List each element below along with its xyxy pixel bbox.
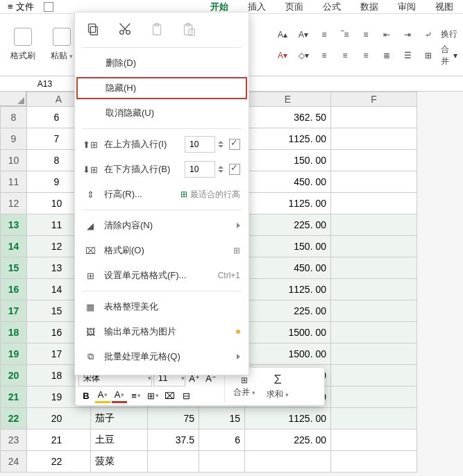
cell[interactable]: [331, 451, 417, 473]
row-header[interactable]: 15: [1, 257, 27, 279]
wrap-text-icon[interactable]: ⤶: [420, 26, 437, 43]
cell[interactable]: [331, 300, 417, 322]
cut-icon[interactable]: [117, 21, 133, 37]
cell[interactable]: 茄子: [91, 408, 148, 430]
highlight-color[interactable]: A: [95, 388, 110, 403]
cell[interactable]: 1125. 00: [245, 408, 331, 430]
cell[interactable]: 22: [27, 451, 91, 473]
row-header[interactable]: 13: [1, 214, 27, 236]
menu-export-image[interactable]: 🖼 输出单元格为图片: [75, 319, 249, 344]
format-painter-tail-icon[interactable]: ⊞: [233, 246, 240, 255]
select-all-corner[interactable]: [0, 92, 26, 106]
cell[interactable]: 450. 00: [245, 257, 331, 279]
cell[interactable]: 37.5: [148, 430, 199, 451]
row-header[interactable]: 8: [1, 107, 27, 128]
col-hdr-E[interactable]: E: [245, 92, 331, 107]
cell[interactable]: 1125. 00: [245, 193, 331, 214]
merge-label[interactable]: 合并▾: [441, 47, 457, 64]
cell[interactable]: 土豆: [91, 430, 148, 451]
align-top-icon[interactable]: ‾≡: [337, 26, 353, 43]
cell[interactable]: 225. 00: [245, 300, 331, 322]
cell[interactable]: [331, 408, 417, 430]
menu-insert-above[interactable]: ⬆⊞ 在上方插入行(I): [75, 132, 249, 157]
row-header[interactable]: 21: [1, 386, 27, 408]
cell[interactable]: 150. 00: [245, 236, 331, 257]
cell[interactable]: [245, 451, 331, 473]
cell[interactable]: [331, 257, 417, 279]
cell[interactable]: [331, 214, 417, 236]
tab-review[interactable]: 审阅: [388, 0, 426, 15]
insert-below-count[interactable]: [185, 161, 215, 178]
menu-format-cells[interactable]: ⊞ 设置单元格格式(F)... Ctrl+1: [75, 263, 249, 288]
row-header[interactable]: 11: [1, 171, 27, 193]
insert-above-count[interactable]: [185, 136, 215, 153]
menu-hide[interactable]: 隐藏(H): [75, 76, 249, 101]
cell[interactable]: 450. 00: [245, 171, 331, 193]
cell[interactable]: [331, 365, 417, 386]
insert-row-mini-icon[interactable]: ⊟: [178, 388, 194, 403]
tab-view[interactable]: 视图: [426, 0, 463, 15]
list-icon[interactable]: ☰: [399, 47, 416, 64]
confirm-icon[interactable]: [229, 164, 240, 175]
menu-format-painter[interactable]: ⌧ 格式刷(O) ⊞: [75, 238, 249, 263]
row-header[interactable]: 12: [1, 193, 27, 214]
cell[interactable]: 1500. 00: [245, 343, 331, 365]
cell[interactable]: [331, 150, 417, 171]
font-color-icon[interactable]: A▾: [274, 47, 291, 64]
row-header[interactable]: 19: [1, 343, 27, 365]
menu-unhide[interactable]: 取消隐藏(U): [75, 101, 249, 126]
new-file-icon[interactable]: [44, 2, 53, 12]
indent-inc-icon[interactable]: ⇥: [399, 26, 416, 43]
align-left2-icon[interactable]: ≡: [316, 47, 332, 64]
align-center-icon[interactable]: ≡: [357, 26, 374, 43]
cell[interactable]: 20: [27, 408, 91, 430]
cell[interactable]: 15: [199, 408, 245, 430]
merge-cells-icon[interactable]: ⊞: [420, 47, 437, 64]
copy-icon[interactable]: [85, 21, 101, 37]
font-color[interactable]: A: [112, 388, 127, 403]
cell[interactable]: 21: [27, 430, 91, 451]
cell[interactable]: [331, 107, 417, 128]
cell[interactable]: [331, 279, 417, 300]
cell[interactable]: [331, 236, 417, 257]
cell[interactable]: [331, 128, 417, 150]
table-row[interactable]: 2321土豆37.56225. 00: [1, 430, 417, 451]
row-header[interactable]: 14: [1, 236, 27, 257]
tab-page[interactable]: 页面: [276, 0, 313, 15]
cell[interactable]: 6: [199, 430, 245, 451]
tab-formula[interactable]: 公式: [313, 0, 351, 15]
cell[interactable]: [199, 451, 245, 473]
row-header[interactable]: 20: [1, 365, 27, 386]
table-row[interactable]: 2220茄子75151125. 00: [1, 408, 417, 430]
indent-dec-icon[interactable]: ⇤: [378, 26, 395, 43]
cell[interactable]: [331, 386, 417, 408]
menu-clear[interactable]: ◢ 清除内容(N): [75, 213, 249, 238]
format-painter-mini-icon[interactable]: ⌧: [162, 388, 177, 403]
cell[interactable]: 1125. 00: [245, 128, 331, 150]
cell[interactable]: 225. 00: [245, 214, 331, 236]
align-mid-icon[interactable]: ≡: [337, 47, 353, 64]
row-header[interactable]: 18: [1, 322, 27, 343]
cell[interactable]: 菠菜: [91, 451, 148, 473]
spinner[interactable]: [218, 161, 226, 178]
cell[interactable]: [331, 343, 417, 365]
bold-button[interactable]: B: [78, 388, 94, 403]
menu-batch-cells[interactable]: ⧉ 批量处理单元格(Q): [75, 344, 249, 369]
cell[interactable]: [331, 171, 417, 193]
col-hdr-F[interactable]: F: [331, 92, 417, 107]
confirm-icon[interactable]: [229, 139, 240, 150]
sum-mini-button[interactable]: Σ 求和 ▾: [261, 373, 294, 400]
border-dropdown[interactable]: ⊞: [145, 388, 160, 403]
best-height-label[interactable]: 最适合的行高: [190, 189, 240, 201]
row-header[interactable]: 17: [1, 300, 27, 322]
format-painter-button[interactable]: 格式刷: [6, 19, 40, 71]
cell[interactable]: [331, 430, 417, 451]
row-header[interactable]: 9: [1, 128, 27, 150]
cell[interactable]: 1125. 00: [245, 279, 331, 300]
cell[interactable]: 362. 50: [245, 107, 331, 128]
merge-mini-button[interactable]: ⊞ 合并 ▾: [228, 375, 261, 398]
cell[interactable]: 225. 00: [245, 430, 331, 451]
file-menu[interactable]: ≡文件: [3, 0, 38, 15]
align-left-icon[interactable]: ≡: [316, 26, 332, 43]
align-dropdown[interactable]: ≡: [128, 388, 144, 403]
